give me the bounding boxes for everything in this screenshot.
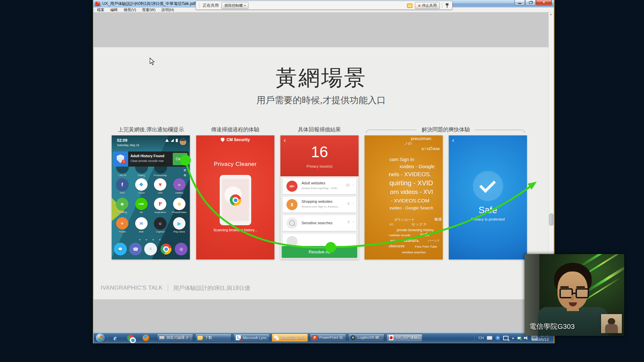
- issue-card-partial: [283, 234, 356, 247]
- menu-edit[interactable]: 編輯: [110, 7, 118, 12]
- menu-file[interactable]: 檔案: [97, 7, 104, 12]
- cm-security-tile: !: [113, 152, 128, 167]
- start-button[interactable]: [96, 334, 105, 342]
- footer-brand: IVANGRAPHIC'S TALK: [101, 285, 163, 291]
- safely-remove-icon[interactable]: [518, 337, 521, 339]
- adobe-pdf-icon: [95, 2, 100, 6]
- slide-subtitle: 用戶需要的時候,才提供功能入口: [94, 94, 549, 106]
- phone3-privacy-issues: ‹ 16 Privacy issue(s) 18+ Adult websites…: [280, 135, 359, 259]
- window-controls: ×: [514, 0, 552, 5]
- word: t website records: [389, 234, 410, 237]
- pdf-slide: 黃網場景 用戶需要的時候,才提供功能入口 上完黃網後,彈出通知欄提示 傳達掃描過…: [94, 47, 549, 299]
- firefox-icon: [143, 335, 149, 341]
- taskbar-button-pdf[interactable]: UX_用戶体驗設...: [386, 334, 423, 342]
- chrome-icon: [160, 243, 172, 255]
- menu-view[interactable]: 檢視(V): [124, 7, 136, 12]
- restore-button[interactable]: [525, 0, 536, 5]
- firefox-quicklaunch[interactable]: [142, 334, 150, 342]
- taskbar-button-downloads[interactable]: 下載: [195, 334, 231, 342]
- resolve-all-button: Resolve All: [282, 246, 357, 258]
- alert-badge: !: [122, 160, 126, 164]
- word: セックス: [412, 222, 427, 227]
- slide-footer: IVANGRAPHIC'S TALK 用戶体驗設計的0到1,與1到1億: [101, 284, 250, 292]
- line-icon: LINE: [135, 198, 148, 210]
- word: ダウンロード: [394, 218, 415, 222]
- dropdown-caret-icon: ▾: [244, 4, 246, 7]
- dock-row: 💬 ☎ ⠿ ◎: [113, 243, 189, 255]
- toolbar-grip[interactable]: [198, 3, 200, 8]
- im-chat-icon[interactable]: [407, 3, 413, 8]
- word: ภา: [389, 222, 393, 227]
- battery-icon: [176, 139, 178, 142]
- menu-window[interactable]: 視窗(W): [142, 7, 156, 12]
- pdf-file-icon: [388, 335, 394, 341]
- chrome-icon: [127, 335, 134, 341]
- app-row-2: ◉Reading LINEIM PInspiration ✿Photo&Vide…: [113, 198, 189, 214]
- photos-icon: ✿: [173, 198, 185, 210]
- chevron-right-icon: ›: [353, 220, 354, 224]
- chat-bubbles-icon: [274, 335, 279, 341]
- scrollbar-thumb[interactable]: [549, 214, 553, 226]
- language-indicator[interactable]: CH: [478, 336, 484, 340]
- folder-label: Eating: [132, 174, 151, 177]
- taskbar-grip: [107, 335, 108, 341]
- scroll-up-icon[interactable]: ▲: [549, 12, 553, 16]
- word: quirting - XVID: [389, 179, 433, 187]
- bracket-left-line: [366, 130, 416, 133]
- page-margin-top: [94, 12, 549, 47]
- chrome-logo: [230, 194, 241, 206]
- ie-quicklaunch[interactable]: e: [111, 334, 119, 342]
- volume-icon[interactable]: [524, 336, 529, 340]
- nose: [571, 295, 574, 300]
- word: xvideo - Google: [399, 164, 435, 169]
- phone4-history-wordcloud: preuziman ノの ดาวน์โหลด com Sign In xvide…: [365, 135, 443, 259]
- presenter-body: [538, 307, 608, 336]
- word: パーソナ: [428, 239, 440, 243]
- picture-in-picture-video: [601, 314, 622, 333]
- app-name: CM Security: [226, 137, 250, 142]
- windows-logo-icon: [98, 336, 102, 340]
- search-badge-icon: [286, 218, 298, 229]
- glasses: [559, 288, 589, 298]
- close-button[interactable]: ×: [536, 0, 552, 5]
- pinterest-icon: P: [154, 198, 166, 210]
- webcam-label: 電信學院G303: [529, 322, 575, 331]
- taskbar-button-lync[interactable]: L Microsoft Lync...: [233, 334, 270, 342]
- taskbar-button-powerpoint[interactable]: P PowerPoint 投...: [310, 334, 346, 342]
- help-icon[interactable]: ?: [495, 336, 500, 340]
- hidden-icons-chevron[interactable]: ▲: [512, 336, 515, 340]
- results-header: ‹ 16 Privacy issue(s): [280, 135, 359, 176]
- dropbox-icon: ❖: [135, 178, 148, 191]
- folder-labels-row: CMCM Eating Productivity: [113, 173, 189, 177]
- check-circle: [473, 171, 503, 201]
- download-folder-icon: [197, 335, 203, 341]
- app-row-1: fSNS ❖Cloud ▼LBS ⚌Utilities: [113, 178, 189, 194]
- issue-card-adult: 18+ Adult websites Audrey Elson squirtin…: [283, 178, 356, 194]
- chrome-quicklaunch[interactable]: [126, 334, 135, 342]
- word: Free Porn Tube: [415, 245, 437, 248]
- display-icon[interactable]: [503, 336, 508, 340]
- taskbar-button-logitech[interactable]: Logitech® 網...: [348, 334, 384, 342]
- issue-card-shopping: $ Shopping websites Amazon.com Sign In, …: [283, 197, 356, 213]
- keyboard-icon[interactable]: [487, 336, 492, 340]
- safe-subtitle: Privacy is protected: [449, 217, 527, 221]
- eyebrow: [576, 286, 585, 288]
- pin-icon[interactable]: [445, 3, 449, 8]
- taskbar-button-usb-drive[interactable]: 抽取式磁碟 (F:): [157, 334, 193, 342]
- check-icon: [479, 176, 496, 193]
- back-chevron-icon: ‹: [452, 137, 454, 144]
- give-control-button[interactable]: 授與控制權 ▾: [221, 2, 249, 9]
- taskbar: e 抽取式磁碟 (F:) 下載 L Microsoft Lync... 群組交談…: [94, 333, 554, 343]
- stop-sharing-button[interactable]: × 停止共用: [415, 2, 440, 9]
- phone2-privacy-cleaner: CM Security Privacy Cleaner Scanning bro…: [196, 135, 274, 259]
- travel-icon: ✈: [116, 217, 128, 230]
- status-date: Saturday, May 16: [117, 143, 139, 147]
- menu-help[interactable]: 說明(H): [161, 7, 174, 12]
- usb-drive-icon: [159, 335, 165, 341]
- minimize-button[interactable]: [515, 0, 525, 5]
- word: com Sign In: [389, 157, 414, 162]
- footer-divider: [168, 284, 168, 292]
- clock-date: 2016/5/13: [529, 338, 552, 342]
- taskbar-button-group-chat[interactable]: 群組交談 (205...: [272, 334, 308, 342]
- caption-notification: 上完黃網後,彈出通知欄提示: [118, 126, 184, 133]
